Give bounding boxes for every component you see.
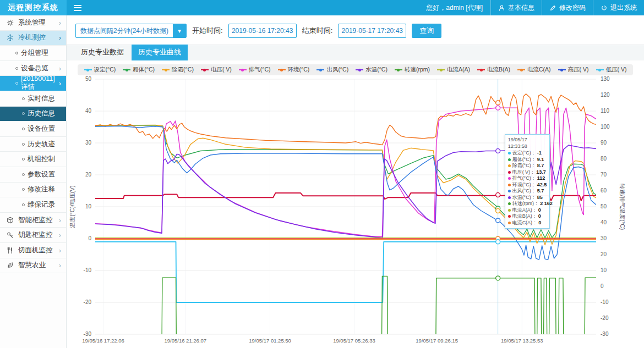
legend-item[interactable]: 电流B(A) xyxy=(477,66,510,74)
tab-history-curve[interactable]: 历史专业曲线 xyxy=(132,45,188,60)
legend-label: 电流C(A) xyxy=(527,66,551,74)
y-axis-right-tick: 0 xyxy=(601,283,604,289)
legend-label: 低压( V) xyxy=(606,66,627,74)
legend-label: 出风(°C) xyxy=(326,66,348,74)
chevron-right-icon: › xyxy=(59,231,61,239)
legend-item[interactable]: 高压( V) xyxy=(558,66,589,74)
y-axis-right-tick: 10 xyxy=(601,267,607,273)
sidebar-item-cooler-monitor[interactable]: 冷机测控› xyxy=(0,31,66,46)
chevron-right-icon: › xyxy=(59,34,61,41)
end-time-input[interactable] xyxy=(338,24,406,38)
y-axis-left-tick: -30 xyxy=(84,331,92,337)
sidebar-item-label: 参数设置 xyxy=(28,170,55,179)
x-axis-tick: 19/05/17 01:25:50 xyxy=(249,338,291,344)
y-axis-right-tick: -30 xyxy=(601,331,609,337)
sidebar-item-history-track[interactable]: 历史轨迹 xyxy=(0,137,66,152)
sidebar-item-label: 钥匙柜监控 xyxy=(18,230,53,240)
menu-toggle-button[interactable] xyxy=(67,0,89,15)
legend-item[interactable]: 环境(°C) xyxy=(278,66,310,74)
sidebar-item-maintenance-record[interactable]: 维保记录 xyxy=(0,197,66,213)
sidebar-item-realtime-info[interactable]: 实时信息 xyxy=(0,91,66,107)
basic-info-button[interactable]: 基本信息 xyxy=(490,0,542,15)
start-time-input[interactable] xyxy=(228,24,297,38)
legend-item[interactable]: 电流A(A) xyxy=(437,66,470,74)
chevron-right-icon: › xyxy=(59,262,61,269)
bullet-icon xyxy=(15,67,18,70)
y-axis-right-tick: 120 xyxy=(601,92,610,98)
bullet-icon xyxy=(22,188,25,191)
legend-item[interactable]: 转速(rpm) xyxy=(395,66,430,74)
hover-marker-point xyxy=(496,209,500,213)
legend-swatch-icon xyxy=(316,69,324,70)
app-title: 远程测控系统 xyxy=(0,0,67,15)
sidebar-item-label: 冷机测控 xyxy=(18,33,46,42)
sidebar-item-group-management[interactable]: 分组管理 xyxy=(0,46,66,61)
legend-label: 高压( V) xyxy=(568,66,589,74)
interval-select[interactable]: 数据点间隔2分钟(24小时数据) ▾ xyxy=(75,24,187,38)
series-line xyxy=(95,242,596,302)
query-button[interactable]: 查询 xyxy=(412,24,441,38)
chevron-right-icon: › xyxy=(59,19,61,26)
legend-label: 水温(°C) xyxy=(365,66,388,74)
sidebar-item-modify-note[interactable]: 修改注释 xyxy=(0,183,66,198)
sidebar-item-device-overview[interactable]: 设备总览› xyxy=(0,61,66,76)
legend-label: 转速(rpm) xyxy=(405,66,430,74)
y-axis-left-tick: 10 xyxy=(85,203,92,209)
chevron-down-icon: ▾ xyxy=(173,24,186,37)
sidebar: 系统管理›冷机测控›分组管理设备总览›[20150011]详情›实时信息历史信息… xyxy=(0,15,67,348)
sidebar-item-system-management[interactable]: 系统管理› xyxy=(0,15,66,31)
legend-item[interactable]: 厢体(°C) xyxy=(123,66,155,74)
sidebar-item-label: 切面机监控 xyxy=(18,246,53,255)
chevron-right-icon: › xyxy=(59,65,61,72)
user-greeting: 您好，admin [代理] xyxy=(418,0,490,15)
page: 远程测控系统 您好，admin [代理] 基本信息修改密码退出系统 系统管理›冷… xyxy=(0,0,644,15)
app-header: 远程测控系统 您好，admin [代理] 基本信息修改密码退出系统 xyxy=(0,0,644,15)
sidebar-item-history-info[interactable]: 历史信息 xyxy=(0,107,66,122)
hover-marker-point xyxy=(496,101,500,105)
y-axis-right-title: 转速/排气温度(°C) xyxy=(619,184,626,230)
legend-label: 排气(°C) xyxy=(249,66,271,74)
y-axis-right-tick: 60 xyxy=(601,187,607,194)
legend-item[interactable]: 电压( V) xyxy=(201,66,232,74)
y-axis-right-tick: 30 xyxy=(601,235,607,241)
legend-item[interactable]: 电流C(A) xyxy=(517,66,551,74)
chevron-right-icon: › xyxy=(59,80,61,87)
logout-button[interactable]: 退出系统 xyxy=(593,0,644,15)
tab-history-data[interactable]: 历史专业数据 xyxy=(74,45,130,60)
y-axis-left-title: 温度(°C)/电压(V) xyxy=(69,185,75,228)
sidebar-item-unit-control[interactable]: 机组控制 xyxy=(0,152,66,167)
legend-swatch-icon xyxy=(201,69,209,70)
change-password-label: 修改密码 xyxy=(559,3,586,13)
series-line xyxy=(95,125,596,238)
sidebar-item-label: 设备位置 xyxy=(28,124,55,134)
legend-item[interactable]: 除霜(°C) xyxy=(162,66,194,74)
sidebar-item-label: [20150011]详情 xyxy=(21,75,56,92)
sidebar-item-key-cabinet-monitor[interactable]: 钥匙柜监控› xyxy=(0,228,66,243)
tab-bar: 历史专业数据历史专业曲线 xyxy=(67,45,644,60)
y-axis-right-tick: 20 xyxy=(601,251,607,257)
y-axis-right-tick: -10 xyxy=(601,299,609,305)
sidebar-item-device-location[interactable]: 设备位置 xyxy=(0,121,66,137)
legend-item[interactable]: 水温(°C) xyxy=(356,66,388,74)
chart-area: 50403020100-10-20-3013012011010090807060… xyxy=(67,76,644,348)
user-icon xyxy=(498,4,505,12)
legend-swatch-icon xyxy=(477,69,485,70)
y-axis-left-tick: 30 xyxy=(85,140,92,146)
sidebar-item-device-20150011-detail[interactable]: [20150011]详情› xyxy=(0,76,66,91)
sidebar-item-smart-cabinet-monitor[interactable]: 智能柜监控› xyxy=(0,213,66,228)
bullet-icon xyxy=(22,173,25,176)
series-line xyxy=(95,94,596,145)
sidebar-item-param-settings[interactable]: 参数设置 xyxy=(0,167,66,183)
legend-item[interactable]: 低压( V) xyxy=(596,66,627,74)
legend-item[interactable]: 排气(°C) xyxy=(239,66,271,74)
sidebar-item-smart-agriculture[interactable]: 智慧农业› xyxy=(0,258,66,274)
legend-item[interactable]: 出风(°C) xyxy=(316,66,348,74)
sidebar-item-slicer-monitor[interactable]: 切面机监控› xyxy=(0,243,66,258)
end-time-label: 结束时间: xyxy=(302,26,333,36)
legend-item[interactable]: 设定(°C) xyxy=(84,66,116,74)
sidebar-item-label: 历史信息 xyxy=(28,109,55,118)
series-line xyxy=(95,193,596,201)
legend-swatch-icon xyxy=(162,69,170,70)
change-password-button[interactable]: 修改密码 xyxy=(542,0,593,15)
legend-label: 环境(°C) xyxy=(288,66,310,74)
